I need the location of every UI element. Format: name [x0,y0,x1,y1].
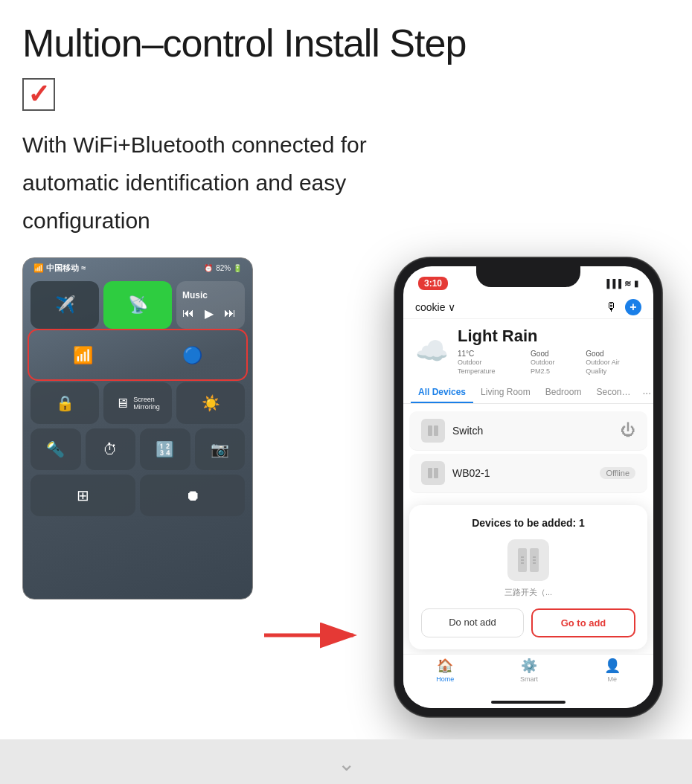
device-list: Switch ⏻ WB02-1 Of [403,404,653,501]
cc-row5: ⊞ ⏺ [31,475,245,516]
cc-status-right: ⏰ 82% 🔋 [204,264,242,272]
mic-icon[interactable]: 🎙 [606,301,618,314]
cc-prev-icon[interactable]: ⏮ [182,306,194,320]
cc-battery: 82% 🔋 [216,264,242,272]
nav-item-home[interactable]: 🏠 Home [436,658,454,683]
cc-music-tile[interactable]: Music ⏮ ▶ ⏭ [176,281,245,329]
cc-timer-tile[interactable]: ⏱ [86,428,136,470]
cc-music-label: Music [182,290,239,301]
wifi-status-icon: ≋ [624,279,631,289]
status-time: 3:10 [418,277,448,290]
cc-camera-tile[interactable]: 📷 [195,428,246,470]
home-nav-icon: 🏠 [437,658,453,674]
weather-air-label: Outdoor Air Quality [586,359,641,376]
tab-bedroom[interactable]: Bedroom [538,382,589,403]
checkmark-icon: ✓ [28,81,50,108]
weather-info: Light Rain 11°C Outdoor Temperature Good… [458,327,641,376]
me-nav-label: Me [607,675,617,683]
control-center-screenshot: 📶 中国移动 ≈ ⏰ 82% 🔋 ✈️ 📡 Music [22,257,253,600]
page-title: Multion–control Install Step [22,22,670,65]
dialog-cancel-button[interactable]: Do not add [421,608,524,637]
brightness-icon: ☀️ [202,394,220,412]
cc-bottom-section: 🔒 🖥 ScreenMirroring ☀️ 🔦 [23,379,252,516]
cc-play-icon[interactable]: ▶ [205,306,214,321]
cc-orientation-tile[interactable]: 🔒 [31,382,99,424]
app-icons-right: 🎙 + [606,299,641,315]
arrow-svg [257,617,368,654]
dialog-overlay: Devices to be added: 1 [409,505,647,649]
cc-row3: 🔒 🖥 ScreenMirroring ☀️ [31,382,245,424]
orientation-icon: 🔒 [56,394,74,412]
weather-temp: 11°C Outdoor Temperature [458,349,520,376]
cc-alarm-icon: ⏰ [204,264,213,272]
weather-air-val: Good [586,349,641,359]
smart-nav-icon: ⚙️ [521,658,537,674]
app-header: cookie ∨ 🎙 + [403,296,653,319]
flashlight-icon: 🔦 [46,440,65,458]
device-power-icon[interactable]: ⏻ [621,422,635,439]
qr-icon: ⊞ [77,486,89,504]
arrow-container [253,613,372,658]
device-row-switch: Switch ⏻ [409,411,647,451]
wifi-icon: 📶 [73,346,93,365]
tab-second[interactable]: Secon… [589,382,638,403]
tab-more-icon[interactable]: ··· [638,382,653,403]
weather-air: Good Outdoor Air Quality [586,349,641,376]
airplane-icon: ✈️ [55,295,75,315]
record-icon: ⏺ [185,487,200,504]
calculator-icon: 🔢 [156,440,174,458]
weather-pm25-val: Good [531,349,575,359]
checkbox-icon: ✓ [22,78,55,111]
page: Multion–control Install Step ✓ With WiFi… [0,0,692,784]
bluetooth-icon: 🔵 [182,346,202,365]
dialog-title: Devices to be added: 1 [421,517,635,529]
iphone-mockup: 3:10 ▐▐▐ ≋ ▮ cookie ∨ [394,257,662,716]
cc-flashlight-tile[interactable]: 🔦 [31,428,81,470]
signal-icon: ▐▐▐ [604,279,621,288]
cc-hotspot-tile[interactable]: 📡 [103,281,172,329]
screen-mirroring-label: ScreenMirroring [133,396,160,411]
cc-bluetooth-tile[interactable]: 🔵 [140,332,245,379]
app-title-row: cookie ∨ [415,301,455,313]
add-icon[interactable]: + [625,299,641,315]
cc-next-icon[interactable]: ⏭ [224,306,236,320]
bottom-bar: ⌄ [0,739,692,784]
nav-item-smart[interactable]: ⚙️ Smart [520,658,538,683]
battery-status-icon: ▮ [634,279,638,289]
weather-pm25: Good Outdoor PM2.5 [531,349,575,376]
cc-screen-mirroring-tile[interactable]: 🖥 ScreenMirroring [103,382,172,424]
device-row-wb02: WB02-1 Offline [409,454,647,493]
cc-qr-tile[interactable]: ⊞ [31,475,135,516]
device-thumb-switch [421,419,445,443]
cc-wifi-tile[interactable]: 📶 [31,332,135,379]
cc-record-tile[interactable]: ⏺ [140,475,245,516]
iphone-home-bar [403,684,653,708]
device-name-wb02: WB02-1 [452,467,490,479]
dialog-device-img [507,539,549,581]
dialog-device-icon [421,539,635,581]
camera-icon: 📷 [211,440,229,458]
down-arrow-icon: ⌄ [338,751,355,776]
screen-mirroring-icon: 🖥 [115,396,129,411]
dialog-add-button[interactable]: Go to add [531,608,635,637]
description-text: With WiFi+Bluetooth connected for automa… [22,126,379,240]
nav-item-me[interactable]: 👤 Me [604,658,621,683]
weather-temp-label: Outdoor Temperature [458,359,520,376]
cc-calculator-tile[interactable]: 🔢 [140,428,190,470]
content-row: 📶 中国移动 ≈ ⏰ 82% 🔋 ✈️ 📡 Music [22,257,670,716]
device-left-wb02: WB02-1 [421,461,490,485]
dialog-device-label: 三路开关（... [421,587,635,598]
iphone-bottom-nav: 🏠 Home ⚙️ Smart 👤 Me [403,654,653,684]
device-name-switch: Switch [452,425,483,437]
left-column: 📶 中国移动 ≈ ⏰ 82% 🔋 ✈️ 📡 Music [22,257,305,600]
cc-wifi-bt-row: 📶 🔵 [23,329,252,379]
cc-airplane-tile[interactable]: ✈️ [31,281,99,329]
tabs-row: All Devices Living Room Bedroom Secon… ·… [403,382,653,404]
iphone-notch [476,266,580,287]
me-nav-icon: 👤 [604,658,621,674]
tab-all-devices[interactable]: All Devices [411,382,473,403]
device-thumb-wb02 [421,461,445,485]
tab-living-room[interactable]: Living Room [473,382,538,403]
cc-brightness-tile[interactable]: ☀️ [176,382,245,424]
weather-icon: ☁️ [415,335,449,367]
